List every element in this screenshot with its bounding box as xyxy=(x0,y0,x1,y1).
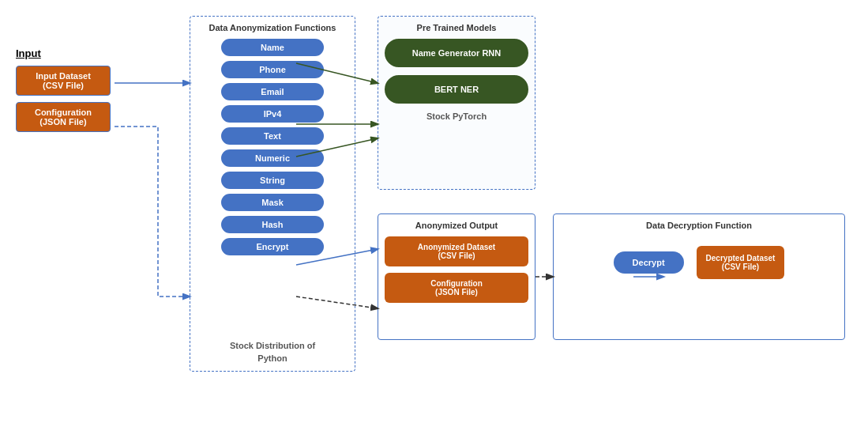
pretrained-footer: Stock PyTorch xyxy=(385,111,528,121)
anon-functions-section: Data Anonymization Functions Name Phone … xyxy=(190,16,355,372)
decrypt-title: Data Decryption Function xyxy=(560,221,838,230)
btn-ipv4[interactable]: IPv4 xyxy=(221,105,324,123)
btn-string[interactable]: String xyxy=(221,172,324,189)
btn-encrypt[interactable]: Encrypt xyxy=(221,238,324,255)
anonymized-csv-box: Anonymized Dataset(CSV File) xyxy=(385,236,528,266)
decrypt-inner: Decrypt Decrypted Dataset(CSV File) xyxy=(560,246,838,279)
input-json-box: Configuration(JSON File) xyxy=(16,102,111,132)
pretrained-section: Pre Trained Models Name Generator RNN BE… xyxy=(378,16,535,190)
btn-hash[interactable]: Hash xyxy=(221,216,324,233)
btn-name[interactable]: Name xyxy=(221,39,324,56)
btn-mask[interactable]: Mask xyxy=(221,194,324,211)
btn-phone[interactable]: Phone xyxy=(221,61,324,78)
input-label: Input xyxy=(16,47,111,59)
btn-email[interactable]: Email xyxy=(221,83,324,100)
anon-title: Data Anonymization Functions xyxy=(197,23,348,32)
name-generator-box: Name Generator RNN xyxy=(385,39,528,67)
bert-ner-box: BERT NER xyxy=(385,75,528,104)
anon-output-title: Anonymized Output xyxy=(385,221,528,230)
anon-output-section: Anonymized Output Anonymized Dataset(CSV… xyxy=(378,213,535,340)
input-csv-box: Input Dataset(CSV File) xyxy=(16,66,111,96)
btn-text[interactable]: Text xyxy=(221,127,324,145)
btn-numeric[interactable]: Numeric xyxy=(221,149,324,167)
decrypted-dataset-box: Decrypted Dataset(CSV File) xyxy=(697,246,785,279)
anon-footer: Stock Distribution ofPython xyxy=(190,340,355,365)
input-section: Input Input Dataset(CSV File) Configurat… xyxy=(16,47,111,138)
config-json-box: Configuration(JSON File) xyxy=(385,273,528,303)
decrypt-section: Data Decryption Function Decrypt Decrypt… xyxy=(553,213,845,340)
pretrained-title: Pre Trained Models xyxy=(385,23,528,32)
decrypt-button[interactable]: Decrypt xyxy=(614,251,684,274)
